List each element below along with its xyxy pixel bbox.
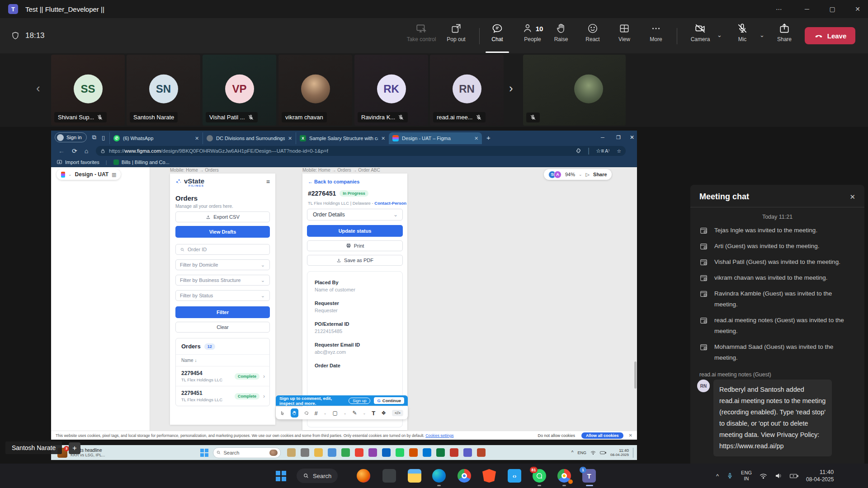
shared-clock-time[interactable]: 11:40 [610,448,629,453]
filter-domicile-dropdown[interactable]: Filter by Domicile⌄ [175,259,270,270]
chevron-right-icon[interactable]: › [263,373,265,380]
address-bar[interactable]: https://www.figma.com/design/9BKQ0FOHRWa… [96,146,626,156]
wifi-icon[interactable] [760,473,767,479]
taskbar-app-icon[interactable] [301,448,309,457]
participant-tile[interactable] [523,55,626,126]
participant-tile[interactable]: VP Vishal Patil ... [203,55,276,126]
save-as-pdf-button[interactable]: Save as PDF [307,255,403,266]
chrome-profile-icon[interactable] [557,469,571,483]
bills-favorite-link[interactable]: Bills | Billing and Co... [122,160,170,165]
extensions-icon[interactable] [576,148,581,154]
file-explorer-icon[interactable] [408,469,421,483]
zoom-in-overlay-button[interactable]: + [69,442,80,454]
import-favorites-link[interactable]: Import favorites [65,160,99,165]
raise-hand-button[interactable]: Raise [547,23,576,50]
zoom-level[interactable]: 94% [565,172,575,177]
tab-salary-sheet[interactable]: X Sample Salary Structure with calc✕ [296,132,389,144]
order-row[interactable]: 2279454 TL Flex Holdings LLC Complete › [176,366,269,386]
contact-person-link[interactable]: Contact-Person [374,201,406,206]
participant-tile[interactable]: SS Shivani Sup... [51,55,125,126]
app-icon[interactable] [382,469,396,483]
new-tab-icon[interactable]: + [486,134,491,141]
taskbar-app-icon[interactable] [477,448,486,457]
teams-icon[interactable]: T 1 [582,469,596,483]
chrome-icon[interactable] [458,469,471,483]
participant-tile[interactable]: RK Ravindra K... [354,55,428,126]
taskbar-app-icon[interactable] [396,448,404,457]
zoom-chevron-icon[interactable]: ⌄ [579,172,582,177]
taskbar-app-icon[interactable] [341,448,350,457]
deny-cookies-button[interactable]: Do not allow cookies [538,433,576,438]
taskbar-app-icon[interactable] [314,448,323,457]
print-button[interactable]: Print [307,240,403,251]
language-indicator[interactable]: ENG IN [741,470,752,482]
shared-search-box[interactable]: Search [213,447,281,458]
browser-minimize-icon[interactable]: ─ [601,135,604,140]
shape-tool-icon[interactable]: ▢ [332,410,337,416]
filter-structure-dropdown[interactable]: Filter by Business Structure⌄ [175,275,270,286]
tab-whatsapp[interactable]: ✆ (6) WhatsApp✕ [109,132,203,144]
react-button[interactable]: React [578,23,607,50]
tab-actions-icon[interactable]: ▯ [102,134,105,141]
update-status-button[interactable]: Update status [307,225,403,237]
filmstrip-prev-icon[interactable]: ‹ [36,81,40,95]
taskbar-app-icon[interactable] [463,448,472,457]
more-button[interactable]: More [642,23,670,50]
canvas-scrollbar[interactable] [634,361,637,389]
home-icon[interactable]: ⌂ [85,147,88,155]
news-widget[interactable]: 3 Sports headline KKR vs LSG, IPL... [57,448,105,458]
comment-tool-icon[interactable] [304,410,309,416]
chevron-right-icon[interactable]: › [263,393,265,399]
tab-dc-divisions[interactable]: DC Divisions and Surroundings✕ [203,132,296,144]
favorite-star-icon[interactable]: ☆ [617,148,621,154]
view-button[interactable]: View [610,23,639,50]
edge-icon[interactable] [432,469,446,483]
order-id-search-input[interactable]: Order ID [175,244,270,255]
filter-button[interactable]: Filter [175,306,270,318]
taskbar-app-icon[interactable] [409,448,418,457]
chevron-down-icon[interactable]: ⌄ [324,411,327,415]
taskbar-app-icon[interactable] [436,448,445,457]
shared-lang[interactable]: ENG [578,450,587,455]
order-details-dropdown[interactable]: Order Details⌄ [307,209,403,221]
tab-close-icon[interactable]: ✕ [288,136,292,141]
view-drafts-button[interactable]: View Drafts [175,226,270,238]
figma-file-pill[interactable]: ⌄ Design - UAT ▥ [57,169,121,180]
participant-tile[interactable]: RN read.ai mee... [430,55,504,126]
start-button-icon[interactable] [200,449,208,457]
tab-close-icon[interactable]: ✕ [381,136,385,141]
window-maximize-icon[interactable]: ▢ [822,0,843,18]
browser-restore-icon[interactable]: ❐ [616,135,621,141]
tray-mic-icon[interactable] [726,472,733,480]
tab-close-icon[interactable]: ✕ [195,136,199,141]
taskbar-app-icon[interactable] [328,448,336,457]
taskbar-clock[interactable]: 11:40 08-04-2025 [806,469,834,483]
workspaces-icon[interactable]: ⧉ [92,134,96,141]
share-button[interactable]: Share [770,23,799,50]
clear-button[interactable]: Clear [175,322,270,333]
move-tool-icon[interactable] [280,410,285,416]
taskbar-app-icon[interactable] [368,448,377,457]
figma-share-button[interactable]: Share [593,172,607,177]
taskbar-app-icon[interactable] [423,448,431,457]
camera-options-chevron-icon[interactable]: ⌄ [717,32,722,38]
browser-close-icon[interactable]: ✕ [630,134,634,141]
window-minimize-icon[interactable]: ─ [797,0,817,18]
text-tool-icon[interactable]: T [372,410,375,417]
export-csv-button[interactable]: Export CSV [175,211,270,222]
tray-chevron-icon[interactable]: ^ [571,450,574,455]
whatsapp-icon[interactable]: 81 [533,469,546,483]
tab-close-icon[interactable]: ✕ [474,136,478,141]
cookie-close-icon[interactable]: ✕ [629,433,632,438]
leave-button[interactable]: Leave [805,27,855,44]
back-to-companies-link[interactable]: ← Back to companies [308,179,359,184]
chevron-down-icon[interactable]: ⌄ [363,411,366,415]
favorites-bar-icon[interactable]: ☆≡ [596,148,604,154]
mobile-frame-orders[interactable]: vState FILINGS ≡ Orders Manage all your … [170,174,275,425]
shared-clock-date[interactable]: 08-04-2025 [610,453,629,457]
tray-chevron-icon[interactable]: ^ [716,473,719,479]
taskbar-app-icon[interactable] [287,448,296,457]
taskbar-app-icon[interactable] [382,448,391,457]
pop-out-button[interactable]: Pop out [442,23,471,50]
window-close-icon[interactable]: ✕ [847,0,868,18]
